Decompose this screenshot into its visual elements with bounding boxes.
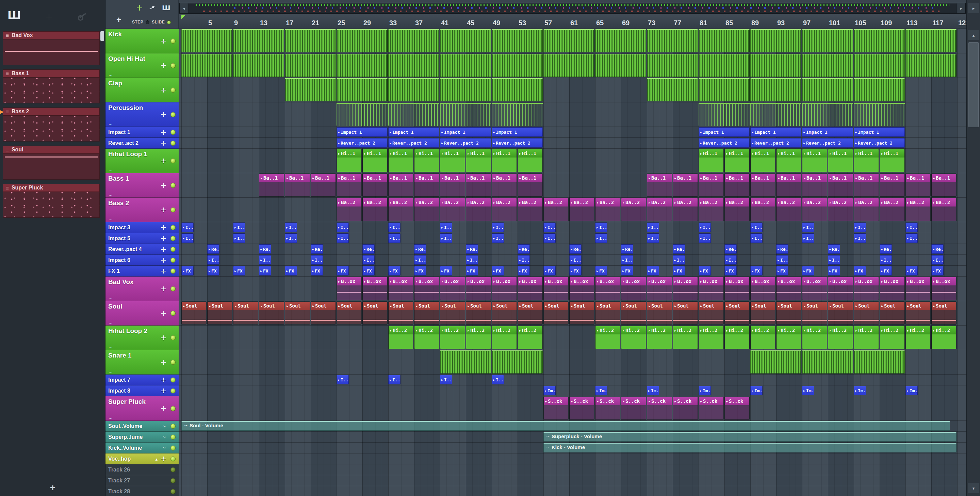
pattern-clip[interactable]: ▸FX 1	[311, 266, 323, 275]
track-row-superp-lume[interactable]: ~Superpluck - Volume	[179, 432, 966, 443]
pattern-clip[interactable]: ▸FX 1	[621, 266, 633, 275]
track-header-soul[interactable]: Soul...	[105, 301, 179, 326]
track-mute-led[interactable]	[170, 258, 176, 262]
pattern-clip[interactable]: ▸Impact 1	[440, 127, 491, 137]
pattern-clip[interactable]: ▸I..3	[440, 223, 452, 232]
pattern-clip[interactable]: ▸Ba..1	[285, 173, 310, 197]
pattern-clip[interactable]: ▸Hi..2	[905, 326, 931, 349]
pattern-clip[interactable]: ▸Re..4	[673, 244, 685, 254]
track-mute-led[interactable]	[170, 456, 176, 461]
pattern-clip[interactable]: ▸I..5	[750, 234, 762, 243]
audio-clip[interactable]	[750, 54, 801, 77]
move-icon[interactable]	[161, 141, 166, 146]
audio-clip[interactable]	[647, 78, 698, 102]
track-mute-led[interactable]	[170, 489, 176, 494]
pattern-clip[interactable]: ▸Ba..2	[931, 198, 956, 221]
pattern-clip[interactable]: ▸B..ox	[337, 277, 362, 300]
track-row-soul[interactable]: ▸Soul▸Soul▸Soul▸Soul▸Soul▸Soul▸Soul▸Soul…	[179, 301, 966, 326]
pattern-clip[interactable]: ▸S..ck	[673, 397, 698, 420]
pattern-clip[interactable]: ▸Im..8	[543, 386, 556, 395]
arrange-tool-icon[interactable]	[137, 5, 142, 11]
pattern-clip[interactable]: ▸Ba..2	[905, 198, 931, 221]
pattern-clip[interactable]: ▸Ba..2	[337, 198, 362, 221]
track-row-hihat-loop-2[interactable]: ▸Hi..2▸Hi..2▸Hi..2▸Hi..2▸Hi..2▸Hi..2▸Hi.…	[179, 326, 966, 350]
pattern-clip[interactable]: ▸FX 1	[285, 266, 297, 275]
track-row-track-28[interactable]	[179, 486, 966, 496]
track-mute-led[interactable]	[170, 112, 176, 117]
picker-pattern-super-pluck[interactable]: ≡Super Pluck	[3, 184, 100, 218]
audio-clip[interactable]	[905, 54, 956, 77]
pattern-clip[interactable]: ▸Hi..1	[776, 149, 801, 172]
pattern-clip[interactable]: ▸S..ck	[724, 397, 749, 420]
track-row-impact-8[interactable]: ▸Im..8▸Im..8▸Im..8▸Im..8▸Im..8▸Im..8▸Im.…	[179, 385, 966, 396]
audio-clip[interactable]	[337, 103, 388, 126]
track-header-track-27[interactable]: Track 27	[105, 475, 179, 486]
audio-clip[interactable]	[750, 78, 801, 102]
audio-clip[interactable]	[698, 29, 749, 52]
pattern-clip[interactable]: ▸Hi..2	[724, 326, 749, 349]
pattern-clip[interactable]: ▸Hi..1	[880, 149, 905, 172]
pattern-clip[interactable]: ▸Hi..1	[517, 149, 543, 172]
pattern-clip[interactable]: ▸FX 1	[440, 266, 452, 275]
pattern-mode-icon[interactable]: Ш	[162, 4, 170, 12]
pattern-clip[interactable]: ▸Re..4	[311, 244, 323, 254]
pattern-clip[interactable]: ▸Soul	[311, 301, 336, 324]
pattern-clip[interactable]: ▸Re..4	[724, 244, 737, 254]
pattern-clip[interactable]: ▸Soul	[724, 301, 749, 324]
pattern-clip[interactable]: ▸Ba..1	[647, 173, 672, 197]
pattern-clip[interactable]: ▸I..6	[828, 255, 840, 265]
pattern-clip[interactable]: ▸FX 1	[931, 266, 943, 275]
pattern-clip[interactable]: ▸I..5	[181, 234, 194, 243]
add-track-button[interactable]: +	[116, 15, 121, 24]
pattern-clip[interactable]: ▸S..ck	[569, 397, 595, 420]
pattern-clip[interactable]: ▸Soul	[854, 301, 879, 324]
step-indicator[interactable]	[146, 21, 150, 24]
pattern-clip[interactable]: ▸Im..8	[595, 386, 608, 395]
pattern-clip[interactable]: ▸I..5	[388, 234, 401, 243]
move-icon[interactable]	[161, 247, 166, 252]
scroll-right-icon[interactable]: ▸	[957, 3, 966, 13]
pattern-clip[interactable]: ▸I..6	[517, 255, 530, 265]
picker-add-button[interactable]: +	[0, 482, 105, 493]
move-icon[interactable]	[161, 388, 166, 393]
pattern-clip[interactable]: ▸I..3	[647, 223, 659, 232]
track-mute-led[interactable]	[170, 478, 176, 483]
pattern-clip[interactable]: ▸FX 1	[543, 266, 556, 275]
track-mute-led[interactable]	[170, 183, 176, 188]
pattern-clip[interactable]: ▸I..5	[543, 234, 556, 243]
pattern-clip[interactable]: ▸Hi..2	[595, 326, 620, 349]
move-icon[interactable]	[161, 456, 166, 461]
pattern-clip[interactable]: ▸B..ox	[569, 277, 595, 300]
move-icon[interactable]	[161, 406, 166, 411]
pattern-clip[interactable]: ▸Soul	[776, 301, 801, 324]
pattern-clip[interactable]: ▸Hi..1	[828, 149, 853, 172]
pattern-clip[interactable]: ▸I..6	[207, 255, 220, 265]
track-row-snare-1[interactable]	[179, 350, 966, 375]
audio-clip[interactable]	[802, 29, 853, 52]
pattern-clip[interactable]: ▸Hi..2	[880, 326, 905, 349]
track-header-track-28[interactable]: Track 28	[105, 486, 179, 496]
pattern-clip[interactable]: ▸I..6	[621, 255, 633, 265]
pattern-clip[interactable]: ▸Ba..1	[517, 173, 543, 197]
audio-clip[interactable]	[802, 78, 853, 102]
pattern-clip[interactable]: ▸Ba..2	[440, 198, 465, 221]
track-row-track-26[interactable]	[179, 464, 966, 475]
pattern-clip[interactable]: ▸I..3	[698, 223, 711, 232]
pattern-clip[interactable]: ▸FX 1	[181, 266, 194, 275]
pattern-clip[interactable]: ▸Hi..2	[931, 326, 956, 349]
pattern-clip[interactable]: ▸B..ox	[543, 277, 569, 300]
pattern-clip[interactable]: ▸I..3	[854, 223, 866, 232]
pattern-clip[interactable]: ▸Impact 1	[388, 127, 439, 137]
pattern-clip[interactable]: ▸Impact 1	[492, 127, 543, 137]
pattern-clip[interactable]: ▸Soul	[492, 301, 517, 324]
pattern-clip[interactable]: ▸B..ox	[647, 277, 672, 300]
pattern-clip[interactable]: ▸Ba..2	[647, 198, 672, 221]
pattern-clip[interactable]: ▸Ba..1	[802, 173, 827, 197]
track-row-bad-vox[interactable]: ▸B..ox▸B..ox▸B..ox▸B..ox▸B..ox▸B..ox▸B..…	[179, 277, 966, 301]
pattern-clip[interactable]: ▸Hi..1	[854, 149, 879, 172]
playlist-overview-scrollbar[interactable]: ◂ ▸	[179, 3, 966, 14]
pattern-clip[interactable]: ▸Ba..1	[724, 173, 749, 197]
move-icon[interactable]	[161, 39, 166, 43]
pattern-clip[interactable]: ▸Soul	[828, 301, 853, 324]
track-header-hihat-loop-1[interactable]: Hihat Loop 1...	[105, 149, 179, 173]
